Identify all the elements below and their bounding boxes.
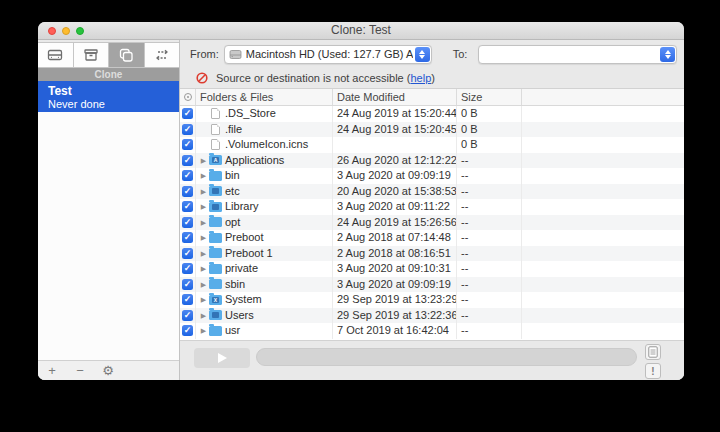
row-checkbox[interactable]: ✓	[182, 217, 193, 228]
to-stepper-icon[interactable]	[660, 47, 675, 62]
add-task-button[interactable]: +	[38, 362, 66, 380]
disclosure-triangle-icon[interactable]: ▶	[199, 184, 208, 199]
errors-button[interactable]: !	[645, 363, 661, 379]
file-type-icon	[209, 310, 222, 320]
row-name: .DS_Store	[225, 106, 276, 121]
table-row[interactable]: ✓ ▶ Preboot 2 Aug 2018 at 07:14:48 --	[180, 230, 684, 246]
table-row[interactable]: ✓ ▶ bin 3 Aug 2020 at 09:09:19 --	[180, 168, 684, 184]
disclosure-triangle-icon[interactable]: ▶	[199, 292, 208, 307]
title-bar[interactable]: Clone: Test	[38, 22, 684, 40]
warning-row: Source or destination is not accessible …	[180, 68, 684, 88]
row-empty-cell	[522, 308, 684, 324]
row-date-modified: 3 Aug 2020 at 09:09:19	[333, 277, 457, 293]
row-checkbox[interactable]: ✓	[182, 310, 193, 321]
task-item-test[interactable]: Test Never done	[38, 81, 179, 112]
disclosure-triangle-icon[interactable]: ▶	[199, 153, 208, 168]
help-link[interactable]: help	[410, 72, 431, 84]
table-row[interactable]: ✓ ▶ usr 7 Oct 2019 at 16:42:04 --	[180, 323, 684, 339]
row-checkbox[interactable]: ✓	[182, 325, 193, 336]
file-type-icon: A	[209, 155, 222, 165]
log-button[interactable]	[645, 344, 661, 360]
row-date-modified: 24 Aug 2019 at 15:26:56	[333, 215, 457, 231]
row-name: Preboot 1	[225, 246, 273, 261]
row-name: Users	[225, 308, 254, 323]
remove-task-button[interactable]: −	[66, 362, 94, 380]
row-name: opt	[225, 215, 240, 230]
tab-sync[interactable]	[144, 43, 180, 67]
row-empty-cell	[522, 261, 684, 277]
row-checkbox[interactable]: ✓	[182, 139, 193, 150]
row-checkbox[interactable]: ✓	[182, 279, 193, 290]
disclosure-triangle-icon[interactable]: ▶	[199, 215, 208, 230]
row-date-modified: 20 Aug 2020 at 15:38:53	[333, 184, 457, 200]
row-checkbox[interactable]: ✓	[182, 124, 193, 135]
disclosure-triangle-icon[interactable]: ▶	[199, 199, 208, 214]
progress-bar	[256, 348, 637, 366]
row-checkbox[interactable]: ✓	[182, 201, 193, 212]
table-row[interactable]: ✓ .VolumeIcon.icns 0 B	[180, 137, 684, 153]
header-empty	[522, 89, 684, 105]
row-date-modified: 2 Aug 2018 at 07:14:48	[333, 230, 457, 246]
row-checkbox[interactable]: ✓	[182, 186, 193, 197]
table-row[interactable]: ✓ .file 24 Aug 2019 at 15:20:45 0 B	[180, 122, 684, 138]
row-size: 0 B	[457, 122, 522, 138]
table-row[interactable]: ✓ .DS_Store 24 Aug 2019 at 15:20:44 0 B	[180, 106, 684, 122]
header-select-column[interactable]	[180, 89, 196, 105]
row-checkbox[interactable]: ✓	[182, 170, 193, 181]
row-checkbox[interactable]: ✓	[182, 263, 193, 274]
row-checkbox[interactable]: ✓	[182, 294, 193, 305]
row-name: Applications	[225, 153, 284, 168]
row-date-modified: 2 Aug 2018 at 08:16:51	[333, 246, 457, 262]
table-row[interactable]: ✓ ▶ Users 29 Sep 2019 at 13:22:36 --	[180, 308, 684, 324]
disclosure-triangle-icon[interactable]: ▶	[199, 277, 208, 292]
table-row[interactable]: ✓ ▶ X System 29 Sep 2019 at 13:23:29 --	[180, 292, 684, 308]
zoom-button[interactable]	[76, 27, 84, 35]
disclosure-triangle-icon[interactable]: ▶	[199, 261, 208, 276]
sidebar: Clone Test Never done + − ⚙	[38, 40, 180, 380]
table-row[interactable]: ✓ ▶ Library 3 Aug 2020 at 09:11:22 --	[180, 199, 684, 215]
document-icon	[648, 346, 658, 358]
table-row[interactable]: ✓ ▶ Preboot 1 2 Aug 2018 at 08:16:51 --	[180, 246, 684, 262]
file-type-icon	[209, 326, 222, 336]
disclosure-triangle-icon[interactable]: ▶	[199, 308, 208, 323]
minimize-button[interactable]	[62, 27, 70, 35]
file-type-icon	[209, 186, 222, 196]
target-icon	[184, 93, 192, 101]
to-dropdown[interactable]	[478, 45, 677, 64]
row-name: bin	[225, 168, 240, 183]
header-folders-files[interactable]: Folders & Files	[196, 89, 333, 105]
disclosure-triangle-icon[interactable]: ▶	[199, 230, 208, 245]
disclosure-triangle-icon[interactable]: ▶	[199, 323, 208, 338]
disclosure-triangle-icon[interactable]: ▶	[199, 246, 208, 261]
table-row[interactable]: ✓ ▶ opt 24 Aug 2019 at 15:26:56 --	[180, 215, 684, 231]
file-type-icon: X	[209, 295, 222, 305]
table-row[interactable]: ✓ ▶ A Applications 26 Aug 2020 at 12:12:…	[180, 153, 684, 169]
table-row[interactable]: ✓ ▶ sbin 3 Aug 2020 at 09:09:19 --	[180, 277, 684, 293]
start-clone-button[interactable]	[194, 348, 250, 368]
row-empty-cell	[522, 199, 684, 215]
row-size: --	[457, 230, 522, 246]
close-button[interactable]	[48, 27, 56, 35]
row-checkbox[interactable]: ✓	[182, 232, 193, 243]
from-stepper-icon[interactable]	[415, 47, 430, 62]
tab-drives[interactable]	[38, 43, 73, 67]
from-dropdown[interactable]: Macintosh HD (Used: 127.7 GB) APFS gv	[224, 45, 432, 64]
gear-icon[interactable]: ⚙	[94, 362, 122, 380]
tab-archive[interactable]	[73, 43, 109, 67]
clone-icon	[118, 48, 134, 62]
table-row[interactable]: ✓ ▶ etc 20 Aug 2020 at 15:38:53 --	[180, 184, 684, 200]
header-date-modified[interactable]: Date Modified	[333, 89, 457, 105]
row-checkbox[interactable]: ✓	[182, 155, 193, 166]
row-checkbox[interactable]: ✓	[182, 248, 193, 259]
header-size[interactable]: Size	[457, 89, 522, 105]
row-checkbox[interactable]: ✓	[182, 108, 193, 119]
row-empty-cell	[522, 106, 684, 122]
disk-icon	[229, 49, 242, 60]
row-size: --	[457, 246, 522, 262]
table-row[interactable]: ✓ ▶ private 3 Aug 2020 at 09:10:31 --	[180, 261, 684, 277]
sync-arrows-icon	[154, 48, 170, 62]
tab-clone[interactable]	[108, 43, 144, 67]
row-empty-cell	[522, 230, 684, 246]
file-type-icon	[209, 217, 222, 227]
disclosure-triangle-icon[interactable]: ▶	[199, 168, 208, 183]
